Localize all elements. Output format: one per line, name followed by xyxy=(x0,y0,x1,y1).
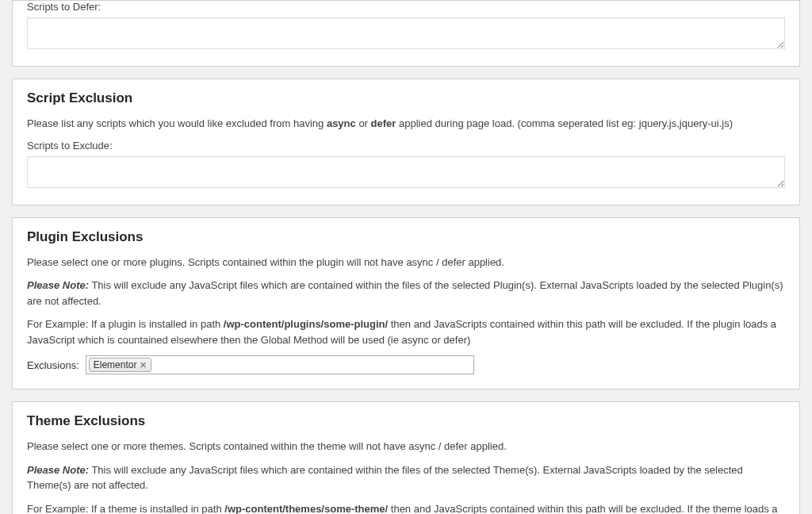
plugin-exclusions-example: For Example: If a plugin is installed in… xyxy=(27,316,785,347)
plugin-exclusions-heading: Plugin Exclusions xyxy=(27,229,785,245)
script-exclusion-panel: Script Exclusion Please list any scripts… xyxy=(12,79,800,205)
scripts-defer-panel: Scripts to Defer: xyxy=(12,0,800,67)
theme-exclusions-desc: Please select one or more themes. Script… xyxy=(27,439,785,455)
plugin-exclusions-panel: Plugin Exclusions Please select one or m… xyxy=(12,217,800,390)
theme-exclusions-panel: Theme Exclusions Please select one or mo… xyxy=(12,401,800,514)
plugin-exclusions-row: Exclusions: Elementor ✕ xyxy=(27,355,785,374)
plugin-token-elementor[interactable]: Elementor ✕ xyxy=(89,358,152,372)
scripts-exclude-textarea[interactable] xyxy=(27,156,785,188)
scripts-defer-label: Scripts to Defer: xyxy=(27,1,785,13)
theme-exclusions-heading: Theme Exclusions xyxy=(27,413,785,429)
script-exclusion-heading: Script Exclusion xyxy=(27,90,785,106)
plugin-exclusions-note: Please Note: This will exclude any JavaS… xyxy=(27,278,785,309)
scripts-exclude-label: Scripts to Exclude: xyxy=(27,140,785,152)
plugin-token-label: Elementor xyxy=(94,358,137,372)
close-icon[interactable]: ✕ xyxy=(140,361,147,370)
script-exclusion-desc: Please list any scripts which you would … xyxy=(27,116,785,132)
plugin-exclusions-select[interactable]: Elementor ✕ xyxy=(86,355,474,374)
theme-exclusions-note: Please Note: This will exclude any JavaS… xyxy=(27,462,785,493)
scripts-defer-textarea[interactable] xyxy=(27,17,785,49)
plugin-exclusions-desc: Please select one or more plugins. Scrip… xyxy=(27,255,785,270)
plugin-exclusions-label: Exclusions: xyxy=(27,359,79,371)
theme-exclusions-example: For Example: If a theme is installed in … xyxy=(27,501,785,515)
